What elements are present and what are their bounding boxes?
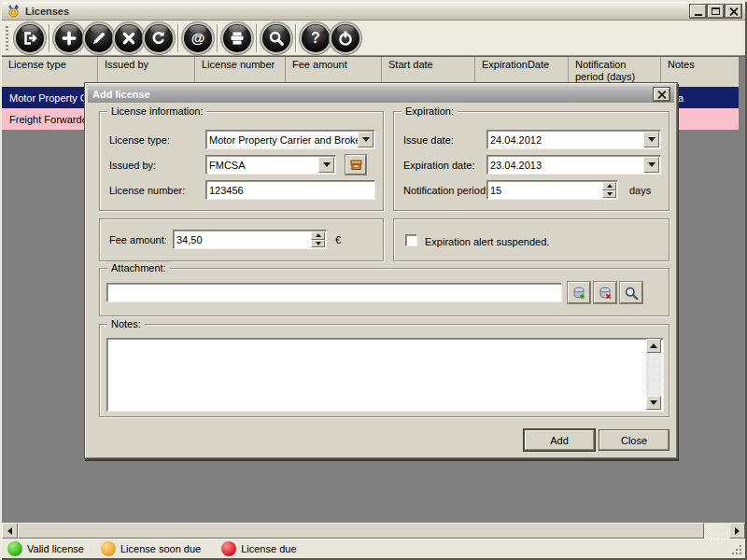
- dialog-close-action-button[interactable]: Close: [599, 429, 669, 451]
- fee-amount-spinner[interactable]: 34,50: [173, 230, 327, 249]
- expiration-date-picker[interactable]: 23.04.2013: [486, 155, 661, 175]
- expiration-alert-checkbox[interactable]: [405, 234, 417, 246]
- group-legend: Expiration:: [402, 105, 458, 118]
- spin-down-button[interactable]: [311, 240, 325, 248]
- email-button[interactable]: @: [184, 24, 212, 52]
- attachment-path-input[interactable]: [106, 283, 562, 302]
- printer-icon: [229, 30, 246, 47]
- scroll-up-button[interactable]: [646, 339, 661, 353]
- edit-license-button[interactable]: [85, 24, 113, 52]
- license-information-group: License information: License type: Motor…: [99, 111, 384, 211]
- add-license-button[interactable]: [55, 24, 83, 52]
- toolbar-separator: [177, 24, 179, 52]
- main-toolbar: @ ?: [2, 21, 745, 56]
- dropdown-button[interactable]: [643, 157, 659, 173]
- toolbar-separator: [295, 24, 297, 52]
- exit-module-button[interactable]: [16, 24, 44, 52]
- refresh-button[interactable]: [145, 24, 173, 52]
- delete-license-button[interactable]: [115, 24, 143, 52]
- expiration-group: Expiration: Issue date: 24.04.2012 Expir…: [393, 111, 669, 211]
- fee-amount-label: Fee amount:: [109, 231, 167, 249]
- arrow-down-icon: [316, 242, 321, 245]
- arrow-down-icon: [607, 192, 613, 196]
- issued-by-label: Issued by:: [109, 156, 156, 175]
- license-type-value: Motor Property Carrier and Broker A: [206, 134, 374, 146]
- dropdown-button[interactable]: [643, 132, 659, 147]
- notification-period-label: Notification period:: [403, 181, 488, 200]
- orange-status-icon: [101, 541, 116, 556]
- legend-valid-license: Valid license: [7, 541, 84, 556]
- legend-license-due: License due: [221, 541, 296, 556]
- issue-date-label: Issue date:: [403, 131, 454, 149]
- legend-label: Valid license: [27, 543, 84, 554]
- archive-box-icon: [349, 158, 363, 172]
- notes-vertical-scrollbar[interactable]: [646, 339, 661, 410]
- fee-group: Fee amount: 34,50 €: [99, 218, 384, 261]
- print-button[interactable]: [223, 24, 251, 52]
- toolbar-separator: [49, 24, 50, 52]
- help-button[interactable]: ?: [302, 24, 330, 52]
- minimize-button[interactable]: [690, 5, 706, 18]
- notification-period-spinner[interactable]: 15: [486, 180, 618, 200]
- issue-date-picker[interactable]: 24.04.2012: [486, 130, 661, 149]
- exit-door-icon: [21, 30, 38, 47]
- arrow-up-icon: [316, 233, 321, 237]
- add-attachment-button[interactable]: [568, 282, 590, 303]
- spin-up-button[interactable]: [311, 231, 325, 240]
- legend-label: License due: [241, 543, 296, 554]
- spin-down-button[interactable]: [602, 190, 616, 199]
- close-icon: [657, 90, 667, 99]
- horizontal-scrollbar[interactable]: [2, 523, 745, 539]
- status-bar: Valid license License soon due License d…: [2, 539, 745, 558]
- license-number-label: License number:: [109, 181, 185, 200]
- exit-app-button[interactable]: [331, 24, 359, 52]
- group-legend: License information:: [107, 105, 206, 118]
- chevron-down-icon: [648, 162, 655, 167]
- fee-amount-value: 34,50: [174, 234, 326, 245]
- toolbar-grip[interactable]: [6, 26, 8, 50]
- issue-date-value: 24.04.2012: [487, 134, 660, 146]
- remove-attachment-button[interactable]: [594, 282, 616, 303]
- group-legend: Attachment:: [107, 261, 170, 274]
- power-icon: [337, 30, 354, 47]
- dropdown-button[interactable]: [318, 157, 334, 173]
- arrow-down-icon: [650, 400, 657, 405]
- manage-issuers-button[interactable]: [345, 155, 366, 175]
- group-legend: Notes:: [107, 317, 145, 330]
- chevron-down-icon: [323, 162, 331, 167]
- window-title: Licenses: [25, 6, 69, 17]
- close-icon: [729, 7, 739, 16]
- view-attachment-button[interactable]: [620, 282, 642, 303]
- currency-label: €: [335, 231, 341, 249]
- attach-delete-database-icon: [598, 286, 613, 301]
- scroll-right-button[interactable]: [729, 523, 745, 539]
- add-plus-icon: [61, 30, 78, 47]
- license-number-input[interactable]: [205, 180, 375, 200]
- help-question-icon: ?: [311, 31, 320, 46]
- days-label: days: [629, 181, 651, 200]
- notes-textarea[interactable]: [106, 338, 664, 412]
- attach-view-magnifier-icon: [624, 286, 639, 301]
- scroll-left-button[interactable]: [2, 523, 18, 539]
- expiration-alert-label: Expiration alert suspended.: [425, 232, 549, 251]
- red-status-icon: [221, 541, 236, 556]
- arrow-up-icon: [650, 343, 657, 348]
- close-button[interactable]: [726, 5, 741, 18]
- dialog-close-button[interactable]: [654, 88, 669, 101]
- dropdown-button[interactable]: [358, 132, 374, 147]
- scrollbar-thumb[interactable]: [18, 523, 704, 539]
- green-status-icon: [7, 541, 22, 556]
- spin-up-button[interactable]: [602, 182, 616, 190]
- legend-license-soon-due: License soon due: [101, 541, 201, 556]
- add-button[interactable]: Add: [524, 429, 595, 451]
- toolbar-separator: [217, 24, 218, 52]
- issued-by-combobox[interactable]: FMCSA: [205, 155, 336, 175]
- legend-label: License soon due: [120, 543, 201, 554]
- expiration-date-label: Expiration date:: [403, 156, 474, 175]
- maximize-button[interactable]: [708, 5, 724, 18]
- attachment-group: Attachment:: [99, 268, 669, 316]
- scroll-down-button[interactable]: [646, 396, 661, 410]
- search-button[interactable]: [262, 24, 290, 52]
- resize-grip[interactable]: [731, 544, 742, 555]
- license-type-combobox[interactable]: Motor Property Carrier and Broker A: [205, 130, 375, 149]
